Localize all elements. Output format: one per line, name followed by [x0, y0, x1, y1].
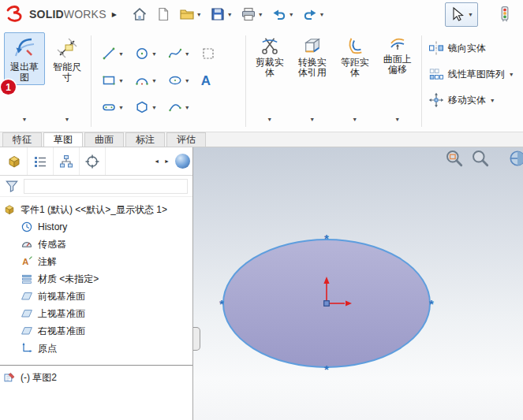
- mirror-entities-button[interactable]: 镜向实体: [426, 37, 518, 59]
- new-document-button[interactable]: [152, 2, 174, 26]
- move-entities-button[interactable]: 移动实体 ▼: [426, 89, 518, 111]
- tab-annotation[interactable]: 标注: [125, 132, 165, 147]
- tree-item-sketch2[interactable]: (-) 草图2: [0, 369, 192, 386]
- surface-offset-face[interactable]: 曲面上偏移: [377, 32, 418, 77]
- tree-item-label: 右视基准面: [38, 325, 85, 338]
- panel-splitter-grip[interactable]: [193, 327, 200, 351]
- dropdown-arrow-icon[interactable]: ▼: [394, 117, 400, 122]
- graphics-area[interactable]: * * * *: [193, 147, 523, 420]
- tab-sketch[interactable]: 草图: [43, 132, 83, 147]
- dropdown-arrow-icon[interactable]: ▼: [352, 117, 357, 122]
- offset-entities-face[interactable]: 等距实体: [334, 32, 375, 80]
- vertex-marker-bottom[interactable]: *: [324, 362, 329, 376]
- vertex-marker-left[interactable]: *: [219, 297, 224, 310]
- menu-flyout-arrow-icon[interactable]: ▶: [112, 11, 117, 18]
- convert-entities-button[interactable]: 转换实体引用 ▼: [291, 31, 334, 132]
- ellipse-tool-button[interactable]: ▼: [168, 73, 190, 87]
- zoom-area-icon[interactable]: [471, 149, 490, 168]
- exit-sketch-button[interactable]: 退出草图 1 ▼: [3, 31, 46, 132]
- dropdown-arrow-icon[interactable]: ▼: [185, 51, 190, 57]
- print-button[interactable]: ▼: [237, 2, 267, 26]
- dropdown-arrow-icon[interactable]: ▼: [468, 12, 473, 17]
- offset-entities-button[interactable]: 等距实体 ▼: [334, 31, 376, 132]
- dropdown-arrow-icon[interactable]: ▼: [185, 78, 190, 84]
- polygon-tool-button[interactable]: ▼: [135, 100, 157, 114]
- tree-item-annotations[interactable]: 注解: [0, 253, 192, 270]
- tree-item-history[interactable]: History: [0, 218, 192, 236]
- filter-funnel-icon[interactable]: [5, 179, 19, 193]
- slot-tool-button[interactable]: ▼: [102, 100, 124, 114]
- dropdown-arrow-icon[interactable]: ▼: [118, 78, 124, 84]
- dropdown-arrow-icon[interactable]: ▼: [151, 78, 157, 84]
- save-button[interactable]: ▼: [207, 2, 236, 26]
- dropdown-arrow-icon[interactable]: ▼: [118, 51, 124, 57]
- dropdown-arrow-icon[interactable]: ▼: [65, 117, 70, 122]
- redo-button[interactable]: ▼: [299, 2, 328, 26]
- line-tool-button[interactable]: ▼: [102, 46, 124, 61]
- tree-item-origin[interactable]: 原点: [0, 340, 192, 357]
- linear-sketch-pattern-button[interactable]: 线性草图阵列 ▼: [426, 63, 518, 85]
- panel-tab-property-manager[interactable]: [28, 147, 54, 175]
- tree-item-front-plane[interactable]: 前视基准面: [0, 288, 192, 305]
- three-point-arc-tool-button[interactable]: ▼: [168, 100, 190, 114]
- tree-item-sensors[interactable]: 传感器: [0, 236, 192, 253]
- panel-tab-dimxpert-manager[interactable]: [80, 147, 106, 175]
- vertex-marker-right[interactable]: *: [429, 297, 434, 310]
- tree-item-right-plane[interactable]: 右视基准面: [0, 322, 192, 340]
- brand-text: SOLIDWORKS: [29, 8, 106, 20]
- home-button[interactable]: [129, 2, 151, 26]
- display-manager-sphere-icon[interactable]: [175, 154, 190, 169]
- panel-tab-feature-manager[interactable]: [2, 147, 28, 175]
- text-tool-button[interactable]: A: [201, 74, 211, 87]
- circle-icon: [135, 46, 149, 61]
- dropdown-arrow-icon[interactable]: ▼: [509, 72, 514, 77]
- select-tool-button[interactable]: ▼: [445, 2, 478, 27]
- tab-features[interactable]: 特征: [2, 132, 42, 147]
- smart-dimension-button[interactable]: 智能尺寸 ▼: [46, 31, 88, 132]
- convert-entities-face[interactable]: 转换实体引用: [292, 32, 333, 80]
- smart-dimension-face[interactable]: 智能尺寸: [47, 32, 88, 85]
- arc-tool-button[interactable]: ▼: [135, 73, 157, 87]
- dropdown-arrow-icon[interactable]: ▼: [309, 117, 315, 122]
- view-settings-icon[interactable]: [508, 149, 523, 168]
- dropdown-arrow-icon[interactable]: ▼: [490, 98, 495, 103]
- spline-tool-button[interactable]: ▼: [168, 46, 190, 61]
- dropdown-arrow-icon[interactable]: ▼: [22, 117, 28, 122]
- surface-offset-icon: [390, 36, 405, 52]
- selection-rect-tool-button[interactable]: [201, 46, 215, 61]
- dropdown-arrow-icon[interactable]: ▼: [185, 105, 190, 110]
- tab-scroll-left-icon[interactable]: ◄: [151, 158, 162, 164]
- open-document-button[interactable]: ▼: [176, 2, 205, 26]
- dropdown-arrow-icon[interactable]: ▼: [151, 105, 157, 110]
- dropdown-arrow-icon[interactable]: ▼: [258, 12, 263, 17]
- dropdown-arrow-icon[interactable]: ▼: [227, 12, 233, 17]
- surface-offset-button[interactable]: 曲面上偏移 ▼: [376, 31, 419, 132]
- traffic-light-button[interactable]: [493, 2, 517, 26]
- tab-evaluate[interactable]: 评估: [166, 132, 206, 147]
- origin-point[interactable]: [324, 301, 330, 307]
- dropdown-arrow-icon[interactable]: ▼: [151, 51, 157, 57]
- panel-tab-configuration-manager[interactable]: [54, 147, 80, 175]
- tree-item-material[interactable]: 材质 <未指定>: [0, 270, 192, 288]
- tree-filter-input[interactable]: [24, 179, 188, 194]
- exit-sketch-face[interactable]: 退出草图 1: [4, 32, 45, 85]
- dropdown-arrow-icon[interactable]: ▼: [267, 117, 272, 122]
- dropdown-arrow-icon[interactable]: ▼: [196, 12, 202, 17]
- tab-scroll-right-icon[interactable]: ►: [162, 158, 172, 164]
- dropdown-arrow-icon[interactable]: ▼: [289, 12, 294, 17]
- rectangle-tool-button[interactable]: ▼: [102, 73, 124, 87]
- tree-item-top-plane[interactable]: 上视基准面: [0, 305, 192, 322]
- zoom-fit-icon[interactable]: [445, 149, 464, 168]
- circle-tool-button[interactable]: ▼: [135, 46, 157, 61]
- trim-entities-button[interactable]: 剪裁实体 ▼: [248, 31, 291, 132]
- quick-access-toolbar: ▼ ▼ ▼ ▼ ▼: [129, 2, 328, 26]
- solidworks-window: A SOLIDWORKS ▶ ▼ ▼ ▼ ▼ ▼ ▼ 退出草图 1 ▼ 智能尺寸…: [0, 0, 523, 420]
- vertex-marker-top[interactable]: *: [324, 232, 329, 245]
- dropdown-arrow-icon[interactable]: ▼: [319, 12, 325, 17]
- tree-root-part[interactable]: 零件1 (默认) <<默认>_显示状态 1>: [0, 201, 192, 218]
- trim-entities-face[interactable]: 剪裁实体: [249, 32, 290, 80]
- undo-button[interactable]: ▼: [268, 2, 297, 26]
- dropdown-arrow-icon[interactable]: ▼: [118, 105, 124, 110]
- history-clock-icon: [21, 221, 33, 233]
- tab-surfaces[interactable]: 曲面: [84, 132, 124, 147]
